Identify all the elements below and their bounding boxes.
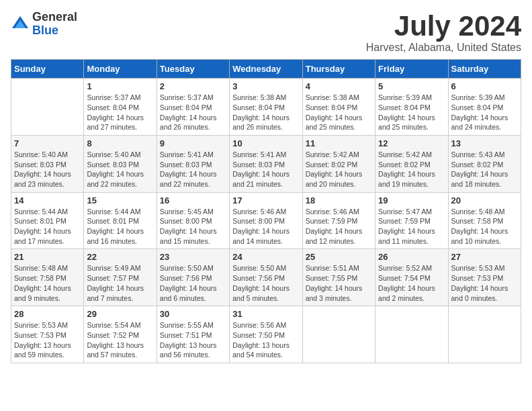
calendar-header: SundayMondayTuesdayWednesdayThursdayFrid… bbox=[11, 60, 521, 79]
day-info: Sunrise: 5:37 AMSunset: 8:04 PMDaylight:… bbox=[87, 93, 153, 132]
day-cell: 30Sunrise: 5:55 AMSunset: 7:51 PMDayligh… bbox=[157, 306, 229, 363]
day-info: Sunrise: 5:55 AMSunset: 7:51 PMDaylight:… bbox=[160, 320, 226, 360]
logo-blue: Blue bbox=[32, 24, 77, 38]
day-cell bbox=[375, 306, 448, 363]
day-cell: 26Sunrise: 5:52 AMSunset: 7:54 PMDayligh… bbox=[375, 249, 448, 306]
day-cell: 25Sunrise: 5:51 AMSunset: 7:55 PMDayligh… bbox=[302, 249, 375, 306]
day-number: 21 bbox=[14, 252, 81, 262]
day-number: 29 bbox=[87, 309, 153, 319]
day-cell: 5Sunrise: 5:39 AMSunset: 8:04 PMDaylight… bbox=[375, 79, 448, 136]
day-number: 17 bbox=[232, 195, 299, 205]
day-cell: 1Sunrise: 5:37 AMSunset: 8:04 PMDaylight… bbox=[84, 79, 157, 136]
day-number: 5 bbox=[378, 81, 445, 91]
day-cell: 21Sunrise: 5:48 AMSunset: 7:58 PMDayligh… bbox=[11, 249, 84, 306]
day-cell: 29Sunrise: 5:54 AMSunset: 7:52 PMDayligh… bbox=[84, 306, 157, 363]
day-info: Sunrise: 5:45 AMSunset: 8:00 PMDaylight:… bbox=[160, 207, 226, 246]
day-cell: 15Sunrise: 5:44 AMSunset: 8:01 PMDayligh… bbox=[84, 192, 157, 249]
day-cell: 10Sunrise: 5:41 AMSunset: 8:03 PMDayligh… bbox=[230, 135, 302, 192]
day-info: Sunrise: 5:38 AMSunset: 8:04 PMDaylight:… bbox=[306, 93, 372, 132]
day-cell: 17Sunrise: 5:46 AMSunset: 8:00 PMDayligh… bbox=[230, 192, 302, 249]
day-number: 19 bbox=[378, 195, 445, 205]
title-block: July 2024 Harvest, Alabama, United State… bbox=[366, 11, 521, 54]
day-cell: 12Sunrise: 5:42 AMSunset: 8:02 PMDayligh… bbox=[375, 135, 448, 192]
day-info: Sunrise: 5:40 AMSunset: 8:03 PMDaylight:… bbox=[87, 150, 153, 189]
day-cell: 13Sunrise: 5:43 AMSunset: 8:02 PMDayligh… bbox=[448, 135, 521, 192]
header-row: SundayMondayTuesdayWednesdayThursdayFrid… bbox=[11, 60, 521, 79]
week-row-3: 21Sunrise: 5:48 AMSunset: 7:58 PMDayligh… bbox=[11, 249, 521, 306]
day-number: 13 bbox=[451, 138, 518, 148]
subtitle: Harvest, Alabama, United States bbox=[366, 42, 521, 54]
day-info: Sunrise: 5:46 AMSunset: 8:00 PMDaylight:… bbox=[232, 207, 299, 246]
day-number: 8 bbox=[87, 138, 153, 148]
day-cell: 18Sunrise: 5:46 AMSunset: 7:59 PMDayligh… bbox=[302, 192, 375, 249]
day-info: Sunrise: 5:42 AMSunset: 8:02 PMDaylight:… bbox=[306, 150, 372, 189]
calendar-table: SundayMondayTuesdayWednesdayThursdayFrid… bbox=[11, 59, 521, 363]
day-info: Sunrise: 5:37 AMSunset: 8:04 PMDaylight:… bbox=[160, 93, 226, 132]
day-cell: 2Sunrise: 5:37 AMSunset: 8:04 PMDaylight… bbox=[157, 79, 229, 136]
day-info: Sunrise: 5:44 AMSunset: 8:01 PMDaylight:… bbox=[14, 207, 81, 246]
day-cell bbox=[11, 79, 84, 136]
day-info: Sunrise: 5:48 AMSunset: 7:58 PMDaylight:… bbox=[14, 263, 81, 303]
day-number: 18 bbox=[306, 195, 372, 205]
day-info: Sunrise: 5:41 AMSunset: 8:03 PMDaylight:… bbox=[232, 150, 299, 189]
day-cell: 14Sunrise: 5:44 AMSunset: 8:01 PMDayligh… bbox=[11, 192, 84, 249]
day-number: 15 bbox=[87, 195, 153, 205]
day-info: Sunrise: 5:54 AMSunset: 7:52 PMDaylight:… bbox=[87, 320, 153, 360]
logo-general: General bbox=[32, 11, 77, 24]
day-cell: 11Sunrise: 5:42 AMSunset: 8:02 PMDayligh… bbox=[302, 135, 375, 192]
day-number: 22 bbox=[87, 252, 153, 262]
day-cell: 23Sunrise: 5:50 AMSunset: 7:56 PMDayligh… bbox=[157, 249, 229, 306]
day-cell bbox=[302, 306, 375, 363]
day-info: Sunrise: 5:51 AMSunset: 7:55 PMDaylight:… bbox=[306, 263, 372, 303]
day-cell: 28Sunrise: 5:53 AMSunset: 7:53 PMDayligh… bbox=[11, 306, 84, 363]
day-info: Sunrise: 5:41 AMSunset: 8:03 PMDaylight:… bbox=[160, 150, 226, 189]
day-info: Sunrise: 5:40 AMSunset: 8:03 PMDaylight:… bbox=[14, 150, 81, 189]
logo-text: General Blue bbox=[32, 11, 77, 38]
header-cell-friday: Friday bbox=[375, 60, 448, 79]
day-info: Sunrise: 5:49 AMSunset: 7:57 PMDaylight:… bbox=[87, 263, 153, 303]
day-number: 27 bbox=[451, 252, 518, 262]
day-cell: 31Sunrise: 5:56 AMSunset: 7:50 PMDayligh… bbox=[230, 306, 302, 363]
day-number: 11 bbox=[306, 138, 372, 148]
day-number: 24 bbox=[232, 252, 299, 262]
day-cell: 7Sunrise: 5:40 AMSunset: 8:03 PMDaylight… bbox=[11, 135, 84, 192]
day-cell: 16Sunrise: 5:45 AMSunset: 8:00 PMDayligh… bbox=[157, 192, 229, 249]
day-cell: 24Sunrise: 5:50 AMSunset: 7:56 PMDayligh… bbox=[230, 249, 302, 306]
day-cell: 4Sunrise: 5:38 AMSunset: 8:04 PMDaylight… bbox=[302, 79, 375, 136]
day-cell: 9Sunrise: 5:41 AMSunset: 8:03 PMDaylight… bbox=[157, 135, 229, 192]
header-cell-wednesday: Wednesday bbox=[230, 60, 302, 79]
day-number: 23 bbox=[160, 252, 226, 262]
day-info: Sunrise: 5:39 AMSunset: 8:04 PMDaylight:… bbox=[451, 93, 518, 132]
day-info: Sunrise: 5:53 AMSunset: 7:53 PMDaylight:… bbox=[14, 320, 81, 360]
header-cell-tuesday: Tuesday bbox=[157, 60, 229, 79]
day-info: Sunrise: 5:47 AMSunset: 7:59 PMDaylight:… bbox=[378, 207, 445, 246]
week-row-4: 28Sunrise: 5:53 AMSunset: 7:53 PMDayligh… bbox=[11, 306, 521, 363]
day-cell: 3Sunrise: 5:38 AMSunset: 8:04 PMDaylight… bbox=[230, 79, 302, 136]
day-number: 14 bbox=[14, 195, 81, 205]
logo-icon bbox=[11, 15, 30, 34]
day-info: Sunrise: 5:44 AMSunset: 8:01 PMDaylight:… bbox=[87, 207, 153, 246]
day-cell: 27Sunrise: 5:53 AMSunset: 7:53 PMDayligh… bbox=[448, 249, 521, 306]
day-info: Sunrise: 5:39 AMSunset: 8:04 PMDaylight:… bbox=[378, 93, 445, 132]
day-cell: 19Sunrise: 5:47 AMSunset: 7:59 PMDayligh… bbox=[375, 192, 448, 249]
day-info: Sunrise: 5:43 AMSunset: 8:02 PMDaylight:… bbox=[451, 150, 518, 189]
header-cell-sunday: Sunday bbox=[11, 60, 84, 79]
logo: General Blue bbox=[11, 11, 77, 38]
day-info: Sunrise: 5:50 AMSunset: 7:56 PMDaylight:… bbox=[160, 263, 226, 303]
day-number: 12 bbox=[378, 138, 445, 148]
day-cell bbox=[448, 306, 521, 363]
day-number: 2 bbox=[160, 81, 226, 91]
day-cell: 8Sunrise: 5:40 AMSunset: 8:03 PMDaylight… bbox=[84, 135, 157, 192]
week-row-1: 7Sunrise: 5:40 AMSunset: 8:03 PMDaylight… bbox=[11, 135, 521, 192]
day-info: Sunrise: 5:38 AMSunset: 8:04 PMDaylight:… bbox=[232, 93, 299, 132]
day-number: 4 bbox=[306, 81, 372, 91]
day-number: 3 bbox=[232, 81, 299, 91]
day-info: Sunrise: 5:53 AMSunset: 7:53 PMDaylight:… bbox=[451, 263, 518, 303]
week-row-2: 14Sunrise: 5:44 AMSunset: 8:01 PMDayligh… bbox=[11, 192, 521, 249]
day-number: 1 bbox=[87, 81, 153, 91]
day-cell: 6Sunrise: 5:39 AMSunset: 8:04 PMDaylight… bbox=[448, 79, 521, 136]
day-number: 9 bbox=[160, 138, 226, 148]
day-number: 20 bbox=[451, 195, 518, 205]
day-number: 28 bbox=[14, 309, 81, 319]
header-cell-monday: Monday bbox=[84, 60, 157, 79]
